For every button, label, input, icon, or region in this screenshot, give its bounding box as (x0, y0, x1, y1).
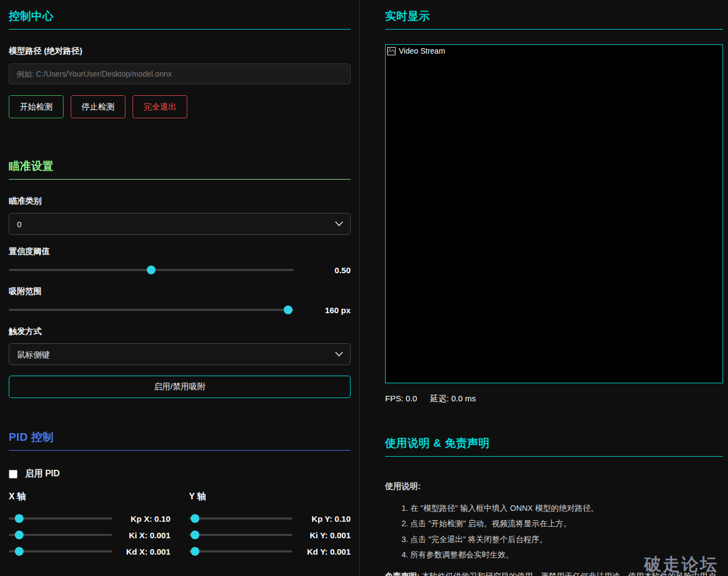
slider-handle[interactable] (191, 547, 199, 556)
slider-track (9, 550, 112, 552)
pid-x-column: X 轴 Kp X: 0.10 Ki X: 0.001 (9, 491, 170, 560)
ki-x-slider[interactable] (9, 530, 112, 540)
trigger-mode-label: 触发方式 (9, 326, 351, 337)
aim-settings-title: 瞄准设置 (9, 159, 351, 180)
app-root: 控制中心 模型路径 (绝对路径) 开始检测 停止检测 完全退出 瞄准设置 瞄准类… (0, 0, 728, 576)
enable-pid-checkbox[interactable] (9, 470, 18, 479)
snap-range-value: 160 px (294, 306, 351, 315)
slider-track (189, 534, 293, 536)
slider-handle[interactable] (284, 306, 293, 314)
video-alt-text: Video Stream (399, 47, 445, 55)
live-display-title: 实时显示 (385, 9, 723, 30)
kp-y-value: Kp Y: 0.10 (293, 514, 351, 523)
kp-x-value: Kp X: 0.10 (112, 514, 170, 523)
usage-steps: 在 "模型路径" 输入框中填入 ONNX 模型的绝对路径。 点击 "开始检测" … (385, 503, 723, 560)
kd-y-row: Kd Y: 0.001 (189, 543, 351, 560)
snap-range-label: 吸附范围 (9, 286, 351, 297)
slider-track (189, 550, 293, 552)
ki-x-value: Ki X: 0.001 (112, 531, 170, 540)
broken-image-icon (387, 47, 395, 55)
trigger-mode-select[interactable]: 鼠标侧键 (9, 343, 351, 365)
pid-y-column: Y 轴 Kp Y: 0.10 Ki Y: 0.001 (189, 491, 351, 560)
video-stream: Video Stream (385, 44, 723, 383)
x-axis-label: X 轴 (9, 491, 170, 503)
help-section-title: 使用说明 & 免责声明 (385, 436, 723, 457)
stop-detection-button[interactable]: 停止检测 (71, 95, 125, 118)
kd-x-slider[interactable] (9, 546, 112, 556)
aim-class-native-select[interactable]: 0 (9, 213, 351, 235)
ki-y-row: Ki Y: 0.001 (189, 527, 351, 543)
slider-track (9, 309, 294, 311)
aim-class-select[interactable]: 0 (9, 213, 351, 235)
slider-handle[interactable] (191, 531, 199, 539)
enable-pid-row[interactable]: 启用 PID (9, 468, 351, 480)
control-panel: 控制中心 模型路径 (绝对路径) 开始检测 停止检测 完全退出 瞄准设置 瞄准类… (0, 0, 360, 576)
pid-grid: X 轴 Kp X: 0.10 Ki X: 0.001 (9, 491, 351, 560)
confidence-value: 0.50 (294, 266, 351, 275)
enable-pid-label: 启用 PID (25, 468, 60, 480)
snap-range-slider-row: 160 px (9, 303, 351, 316)
y-axis-label: Y 轴 (189, 491, 351, 503)
pid-control-title: PID 控制 (9, 430, 351, 451)
aim-class-label: 瞄准类别 (9, 196, 351, 206)
stats-row: FPS: 0.0 延迟: 0.0 ms (385, 394, 723, 404)
broken-image-placeholder: Video Stream (387, 47, 445, 55)
trigger-mode-native-select[interactable]: 鼠标侧键 (9, 343, 351, 365)
slider-handle[interactable] (15, 514, 24, 523)
ki-x-row: Ki X: 0.001 (9, 527, 170, 543)
slider-track (9, 534, 112, 536)
snap-range-slider[interactable] (9, 305, 294, 315)
kd-y-value: Kd Y: 0.001 (293, 547, 351, 556)
fps-value: FPS: 0.0 (385, 394, 417, 404)
control-center-title: 控制中心 (9, 9, 351, 30)
usage-step-1: 在 "模型路径" 输入框中填入 ONNX 模型的绝对路径。 (410, 503, 723, 514)
model-path-input[interactable] (9, 64, 351, 84)
slider-handle[interactable] (15, 531, 24, 539)
usage-step-2: 点击 "开始检测" 启动。视频流将显示在上方。 (410, 518, 723, 529)
display-panel: 实时显示 Video Stream FPS: 0.0 延迟: 0.0 ms 使用… (360, 0, 728, 576)
ki-y-slider[interactable] (189, 530, 293, 540)
kp-y-row: Kp Y: 0.10 (189, 510, 351, 527)
toggle-snap-button[interactable]: 启用/禁用吸附 (9, 376, 351, 398)
disclaimer-label: 免责声明: (385, 572, 420, 576)
action-buttons: 开始检测 停止检测 完全退出 (9, 95, 351, 118)
exit-program-button[interactable]: 完全退出 (133, 95, 187, 118)
kd-x-value: Kd X: 0.001 (112, 547, 170, 556)
usage-heading: 使用说明: (385, 481, 723, 492)
watermark: 破走论坛 (644, 553, 719, 576)
slider-track (9, 517, 112, 520)
slider-track (189, 517, 293, 520)
ki-y-value: Ki Y: 0.001 (293, 531, 351, 540)
kp-x-row: Kp X: 0.10 (9, 510, 170, 527)
kp-x-slider[interactable] (9, 514, 112, 523)
usage-step-3: 点击 "完全退出" 将关闭整个后台程序。 (410, 534, 723, 545)
slider-handle[interactable] (191, 514, 199, 523)
confidence-label: 置信度阈值 (9, 246, 351, 257)
kp-y-slider[interactable] (189, 514, 293, 523)
start-detection-button[interactable]: 开始检测 (9, 95, 64, 118)
slider-handle[interactable] (15, 547, 24, 556)
latency-value: 延迟: 0.0 ms (430, 394, 475, 404)
confidence-slider-row: 0.50 (9, 263, 351, 277)
kd-x-row: Kd X: 0.001 (9, 543, 170, 560)
kd-y-slider[interactable] (189, 546, 293, 556)
slider-handle[interactable] (147, 266, 156, 274)
confidence-slider[interactable] (9, 265, 294, 275)
model-path-label: 模型路径 (绝对路径) (9, 46, 351, 56)
